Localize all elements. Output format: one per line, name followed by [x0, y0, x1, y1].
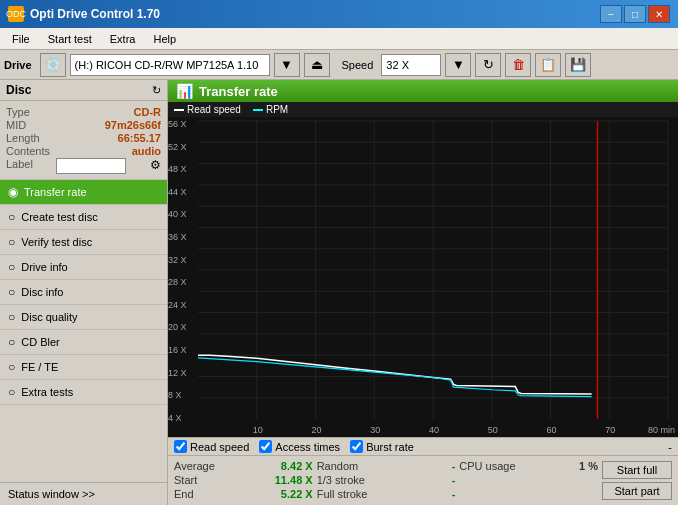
legend-rpm-label: RPM [266, 104, 288, 115]
close-button[interactable]: ✕ [648, 5, 670, 23]
nav-fe-te-label: FE / TE [21, 361, 58, 373]
disc-label-row: Label ⚙ [6, 158, 161, 174]
nav-drive-info[interactable]: ○ Drive info [0, 255, 167, 280]
chart-legend: Read speed RPM [168, 102, 678, 117]
read-speed-checkbox[interactable]: Read speed [174, 440, 249, 453]
menu-help[interactable]: Help [145, 31, 184, 47]
menu-start-test[interactable]: Start test [40, 31, 100, 47]
nav-extra-tests[interactable]: ○ Extra tests [0, 380, 167, 405]
disc-contents-value: audio [132, 145, 161, 157]
disc-title: Disc [6, 83, 31, 97]
disc-refresh-button[interactable]: ↻ [152, 84, 161, 97]
menu-extra[interactable]: Extra [102, 31, 144, 47]
drive-toolbar: Drive 💿 (H:) RICOH CD-R/RW MP7125A 1.10 … [0, 50, 678, 80]
start-buttons: Start full Start part [602, 459, 672, 502]
disc-info-panel: Type CD-R MID 97m26s66f Length 66:55.17 … [0, 101, 167, 180]
y-axis: 56 X 52 X 48 X 44 X 40 X 36 X 32 X 28 X … [168, 117, 196, 437]
refresh-button[interactable]: ↻ [475, 53, 501, 77]
disc-label-label: Label [6, 158, 33, 174]
stats-start: Start 11.48 X [174, 473, 313, 487]
stats-full-stroke: Full stroke - [317, 487, 456, 501]
erase-button[interactable]: 🗑 [505, 53, 531, 77]
nav-drive-info-label: Drive info [21, 261, 67, 273]
fe-te-icon: ○ [8, 360, 15, 374]
copy-button[interactable]: 📋 [535, 53, 561, 77]
chart-title: Transfer rate [199, 84, 278, 99]
stats-average: Average 8.42 X [174, 459, 313, 473]
nav-transfer-rate[interactable]: ◉ Transfer rate [0, 180, 167, 205]
disc-header: Disc ↻ [0, 80, 167, 101]
status-window-button[interactable]: Status window >> [0, 482, 167, 505]
disc-label-input[interactable] [56, 158, 126, 174]
speed-selector[interactable]: 32 X [381, 54, 441, 76]
drive-icon: 💿 [40, 53, 66, 77]
disc-type-row: Type CD-R [6, 106, 161, 118]
stats-section: Average 8.42 X Start 11.48 X End 5.22 X … [168, 455, 678, 505]
speed-label: Speed [342, 59, 374, 71]
menu-bar: File Start test Extra Help [0, 28, 678, 50]
drive-label: Drive [4, 59, 32, 71]
drive-dropdown-button[interactable]: ▼ [274, 53, 300, 77]
nav-verify-test-disc-label: Verify test disc [21, 236, 92, 248]
extra-tests-icon: ○ [8, 385, 15, 399]
verify-test-disc-icon: ○ [8, 235, 15, 249]
speed-dropdown-button[interactable]: ▼ [445, 53, 471, 77]
disc-contents-row: Contents audio [6, 145, 161, 157]
burst-rate-checkbox[interactable]: Burst rate [350, 440, 414, 453]
disc-quality-icon: ○ [8, 310, 15, 324]
nav-items: ◉ Transfer rate ○ Create test disc ○ Ver… [0, 180, 167, 482]
read-speed-color [174, 109, 184, 111]
save-button[interactable]: 💾 [565, 53, 591, 77]
disc-type-label: Type [6, 106, 30, 118]
chart-container: 56 X 52 X 48 X 44 X 40 X 36 X 32 X 28 X … [168, 117, 678, 437]
nav-disc-info-label: Disc info [21, 286, 63, 298]
create-test-disc-icon: ○ [8, 210, 15, 224]
legend-read-speed-label: Read speed [187, 104, 241, 115]
eject-button[interactable]: ⏏ [304, 53, 330, 77]
app-title: Opti Drive Control 1.70 [30, 7, 160, 21]
nav-fe-te[interactable]: ○ FE / TE [0, 355, 167, 380]
maximize-button[interactable]: □ [624, 5, 646, 23]
start-part-button[interactable]: Start part [602, 482, 672, 500]
nav-extra-tests-label: Extra tests [21, 386, 73, 398]
left-panel: Disc ↻ Type CD-R MID 97m26s66f Length 66… [0, 80, 168, 505]
access-times-checkbox[interactable]: Access times [259, 440, 340, 453]
start-full-button[interactable]: Start full [602, 461, 672, 479]
stats-col3: CPU usage 1 % [459, 459, 598, 502]
read-speed-check-input[interactable] [174, 440, 187, 453]
burst-rate-check-input[interactable] [350, 440, 363, 453]
disc-mid-label: MID [6, 119, 26, 131]
drive-selector[interactable]: (H:) RICOH CD-R/RW MP7125A 1.10 [70, 54, 270, 76]
disc-length-value: 66:55.17 [118, 132, 161, 144]
legend-rpm: RPM [253, 104, 288, 115]
nav-create-test-disc[interactable]: ○ Create test disc [0, 205, 167, 230]
disc-mid-value: 97m26s66f [105, 119, 161, 131]
title-bar: ODC Opti Drive Control 1.70 − □ ✕ [0, 0, 678, 28]
label-settings-icon[interactable]: ⚙ [150, 158, 161, 174]
disc-length-row: Length 66:55.17 [6, 132, 161, 144]
legend-read-speed: Read speed [174, 104, 241, 115]
stats-1-3-stroke: 1/3 stroke - [317, 473, 456, 487]
disc-mid-row: MID 97m26s66f [6, 119, 161, 131]
minimize-button[interactable]: − [600, 5, 622, 23]
access-times-check-input[interactable] [259, 440, 272, 453]
chart-plot-area [196, 117, 678, 437]
nav-cd-bler-label: CD Bler [21, 336, 60, 348]
title-bar-left: ODC Opti Drive Control 1.70 [8, 6, 160, 22]
nav-disc-quality[interactable]: ○ Disc quality [0, 305, 167, 330]
menu-file[interactable]: File [4, 31, 38, 47]
app-icon: ODC [8, 6, 24, 22]
nav-verify-test-disc[interactable]: ○ Verify test disc [0, 230, 167, 255]
stats-col1: Average 8.42 X Start 11.48 X End 5.22 X [174, 459, 313, 502]
burst-rate-value: - [668, 441, 672, 453]
nav-cd-bler[interactable]: ○ CD Bler [0, 330, 167, 355]
main-layout: Disc ↻ Type CD-R MID 97m26s66f Length 66… [0, 80, 678, 505]
chart-canvas [196, 117, 678, 437]
stats-bar: Read speed Access times Burst rate - [168, 437, 678, 455]
nav-disc-info[interactable]: ○ Disc info [0, 280, 167, 305]
disc-length-label: Length [6, 132, 40, 144]
transfer-rate-icon: ◉ [8, 185, 18, 199]
nav-create-test-disc-label: Create test disc [21, 211, 97, 223]
nav-transfer-rate-label: Transfer rate [24, 186, 87, 198]
right-panel: 📊 Transfer rate Read speed RPM 56 X 52 X… [168, 80, 678, 505]
